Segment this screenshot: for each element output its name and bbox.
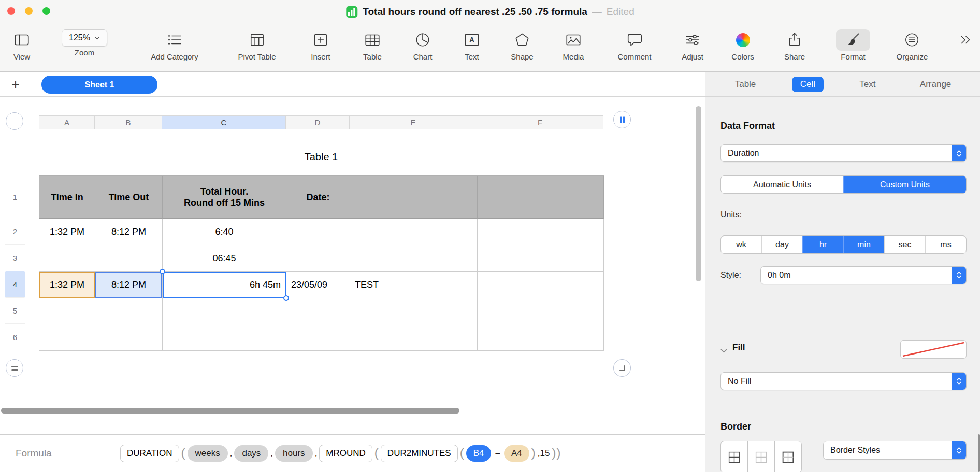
table-select-all-handle[interactable] bbox=[6, 112, 23, 130]
close-window-button[interactable] bbox=[7, 7, 15, 15]
formula-token-argument[interactable]: hours bbox=[275, 445, 313, 462]
cell-f3[interactable] bbox=[478, 245, 604, 272]
toolbar-view-button[interactable]: View bbox=[10, 29, 34, 61]
unit-day-option[interactable]: day bbox=[761, 236, 802, 253]
selection-handle[interactable] bbox=[160, 269, 165, 274]
border-none-button[interactable] bbox=[747, 441, 775, 472]
row-header-6[interactable]: 6 bbox=[5, 324, 25, 350]
cell-d2[interactable] bbox=[286, 219, 350, 245]
formula-token-cell-ref-a4[interactable]: A4 bbox=[504, 445, 529, 462]
row-header-1[interactable]: 1 bbox=[5, 175, 25, 218]
cell-a6[interactable] bbox=[39, 325, 95, 351]
horizontal-scrollbar[interactable] bbox=[1, 408, 459, 414]
cell-e2[interactable] bbox=[350, 219, 478, 245]
cell-e3[interactable] bbox=[350, 245, 478, 272]
sheet-tab-sheet1[interactable]: Sheet 1 bbox=[41, 76, 157, 94]
cell-f5[interactable] bbox=[478, 298, 604, 325]
duration-style-select[interactable]: 0h 0m bbox=[760, 266, 967, 284]
formula-token-argument[interactable]: days bbox=[234, 445, 268, 462]
tab-table[interactable]: Table bbox=[727, 77, 765, 92]
cell-f4[interactable] bbox=[478, 272, 604, 298]
toolbar-comment-button[interactable]: Comment bbox=[617, 29, 651, 61]
cell-f1[interactable] bbox=[478, 176, 604, 219]
border-styles-select[interactable]: Border Styles bbox=[823, 441, 967, 460]
tab-cell[interactable]: Cell bbox=[792, 77, 824, 92]
column-header-c[interactable]: C bbox=[162, 116, 286, 129]
cell-a5[interactable] bbox=[39, 298, 95, 325]
toolbar-format-button[interactable]: Format bbox=[836, 29, 870, 61]
automatic-units-option[interactable]: Automatic Units bbox=[721, 176, 843, 193]
custom-units-option[interactable]: Custom Units bbox=[843, 176, 966, 193]
cell-d5[interactable] bbox=[286, 298, 350, 325]
toolbar-colors-button[interactable]: Colors bbox=[731, 29, 755, 61]
cell-c3[interactable]: 06:45 bbox=[163, 245, 286, 272]
row-header-5[interactable]: 5 bbox=[5, 298, 25, 324]
cell-a1[interactable]: Time In bbox=[39, 176, 95, 219]
unit-wk-option[interactable]: wk bbox=[721, 236, 761, 253]
cell-f6[interactable] bbox=[478, 325, 604, 351]
formula-token-function[interactable]: MROUND bbox=[319, 445, 372, 462]
toolbar-shape-button[interactable]: Shape bbox=[510, 29, 534, 61]
toolbar-media-button[interactable]: Media bbox=[561, 29, 585, 61]
cell-c1[interactable]: Total Hour. Round off 15 Mins bbox=[163, 176, 286, 219]
add-column-handle[interactable] bbox=[613, 111, 631, 128]
cell-e6[interactable] bbox=[350, 325, 478, 351]
cell-b2[interactable]: 8:12 PM bbox=[95, 219, 163, 245]
cell-c6[interactable] bbox=[163, 325, 286, 351]
chevron-down-icon[interactable] bbox=[720, 346, 727, 355]
toolbar-chart-button[interactable]: Chart bbox=[411, 29, 435, 61]
table-resize-handle[interactable] bbox=[613, 359, 631, 377]
unit-min-option[interactable]: min bbox=[843, 236, 884, 253]
add-sheet-button[interactable]: + bbox=[7, 76, 24, 93]
column-header-f[interactable]: F bbox=[477, 116, 603, 129]
cell-c4-selected[interactable]: 6h 45m bbox=[163, 272, 286, 298]
cell-e4[interactable]: TEST bbox=[350, 272, 478, 298]
formula-token-function[interactable]: DUR2MINUTES bbox=[381, 445, 458, 462]
cell-d4[interactable]: 23/05/09 bbox=[286, 272, 350, 298]
cell-e1[interactable] bbox=[350, 176, 478, 219]
formula-token-cell-ref-b4[interactable]: B4 bbox=[466, 445, 492, 462]
add-row-handle[interactable] bbox=[6, 359, 23, 377]
vertical-scrollbar[interactable] bbox=[696, 106, 701, 281]
toolbar-organize-button[interactable]: Organize bbox=[897, 29, 928, 61]
cell-a3[interactable] bbox=[39, 245, 95, 272]
toolbar-share-button[interactable]: Share bbox=[783, 29, 806, 61]
unit-hr-option[interactable]: hr bbox=[802, 236, 843, 253]
inspector-scrollbar[interactable] bbox=[978, 434, 980, 472]
formula-token-function[interactable]: DURATION bbox=[120, 445, 179, 462]
cell-d1[interactable]: Date: bbox=[286, 176, 350, 219]
selection-handle[interactable] bbox=[283, 295, 289, 301]
cell-b1[interactable]: Time Out bbox=[95, 176, 163, 219]
tab-arrange[interactable]: Arrange bbox=[912, 77, 959, 92]
no-fill-swatch[interactable] bbox=[900, 340, 967, 359]
cell-b4[interactable]: 8:12 PM bbox=[95, 272, 163, 298]
toolbar-zoom-control[interactable]: 125% Zoom bbox=[62, 29, 107, 57]
cell-a4[interactable]: 1:32 PM bbox=[39, 272, 95, 298]
cell-a2[interactable]: 1:32 PM bbox=[39, 219, 95, 245]
toolbar-insert-button[interactable]: Insert bbox=[309, 29, 333, 61]
toolbar-pivot-table-button[interactable]: Pivot Table bbox=[238, 29, 276, 61]
toolbar-overflow-button[interactable] bbox=[954, 29, 978, 51]
cell-c5[interactable] bbox=[163, 298, 286, 325]
formula-token-literal[interactable]: ,15 bbox=[538, 448, 550, 459]
cell-d3[interactable] bbox=[286, 245, 350, 272]
cell-e5[interactable] bbox=[350, 298, 478, 325]
cell-b5[interactable] bbox=[95, 298, 163, 325]
data-format-select[interactable]: Duration bbox=[720, 144, 967, 162]
row-header-2[interactable]: 2 bbox=[5, 218, 25, 245]
toolbar-add-category-button[interactable]: Add Category bbox=[151, 29, 198, 61]
border-all-button[interactable] bbox=[720, 441, 748, 472]
formula-token-argument[interactable]: weeks bbox=[188, 445, 228, 462]
column-header-e[interactable]: E bbox=[350, 116, 477, 129]
cell-b3[interactable] bbox=[95, 245, 163, 272]
column-header-d[interactable]: D bbox=[286, 116, 350, 129]
tab-text[interactable]: Text bbox=[851, 77, 884, 92]
cell-c2[interactable]: 6:40 bbox=[163, 219, 286, 245]
minimize-window-button[interactable] bbox=[25, 7, 33, 15]
cell-b6[interactable] bbox=[95, 325, 163, 351]
fullscreen-window-button[interactable] bbox=[42, 7, 50, 15]
unit-sec-option[interactable]: sec bbox=[884, 236, 925, 253]
toolbar-adjust-button[interactable]: Adjust bbox=[681, 29, 704, 61]
zoom-dropdown[interactable]: 125% bbox=[62, 29, 107, 47]
toolbar-text-button[interactable]: A Text bbox=[460, 29, 484, 61]
